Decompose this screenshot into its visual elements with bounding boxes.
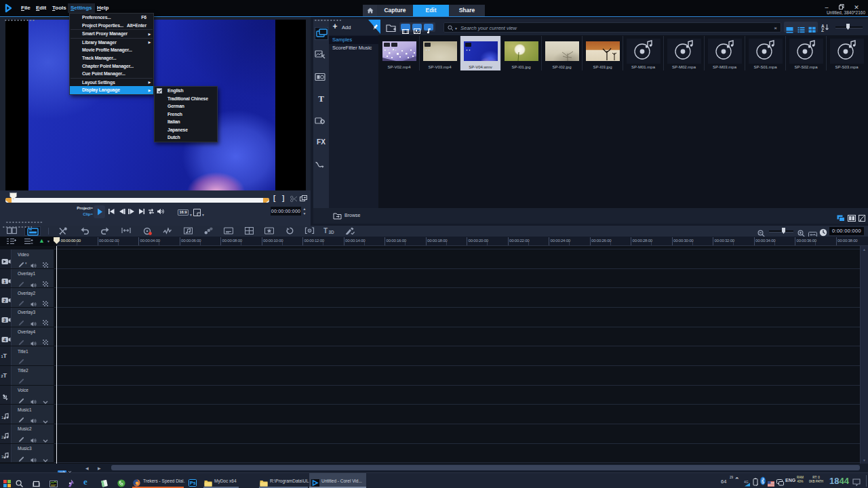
hscroll-thumb[interactable] bbox=[111, 465, 860, 470]
view-large-button[interactable] bbox=[786, 24, 793, 36]
ripple-edit-icon[interactable] bbox=[18, 453, 24, 465]
volume-button[interactable] bbox=[157, 208, 165, 216]
search-placeholder[interactable]: Search your current view bbox=[460, 25, 517, 31]
library-nav-title-icon[interactable]: T bbox=[315, 94, 328, 105]
timeline-playhead-line[interactable] bbox=[56, 246, 57, 464]
library-item[interactable]: SP-M03.mpa bbox=[705, 36, 745, 70]
trim-button[interactable] bbox=[121, 227, 132, 235]
taskbar-window-untitled-corel-vid[interactable]: Untitled - Corel Vid... bbox=[309, 473, 366, 488]
import-media-button[interactable] bbox=[386, 23, 397, 35]
folder-scorefitter-music[interactable]: ScoreFitter Music bbox=[329, 44, 378, 52]
auto-music-button[interactable] bbox=[182, 227, 193, 235]
resize-preview-button[interactable] bbox=[193, 209, 201, 218]
taskbar-utorrent-icon[interactable] bbox=[117, 478, 125, 488]
tray-bluetooth-icon[interactable] bbox=[760, 476, 766, 488]
hscroll-left-icon[interactable]: ◀ bbox=[85, 466, 89, 470]
language-item-traditional-chinese[interactable]: Traditional Chinese bbox=[155, 95, 217, 103]
speech-to-text-button[interactable] bbox=[304, 227, 315, 235]
record-capture-button[interactable] bbox=[142, 227, 153, 235]
language-item-german[interactable]: German bbox=[155, 102, 217, 110]
taskbar-window-trekers-speed-dial[interactable]: Trekers - Speed Dial... bbox=[131, 473, 185, 488]
zoom-slider-thumb[interactable] bbox=[846, 24, 850, 30]
previous-frame-button[interactable] bbox=[119, 208, 125, 216]
storyboard-view-button[interactable] bbox=[6, 227, 17, 235]
taskbar-task-view-icon[interactable] bbox=[33, 478, 40, 488]
tray-language-label[interactable]: ENG bbox=[785, 478, 795, 483]
language-item-italian[interactable]: Italian bbox=[155, 118, 217, 126]
tray-signal-icon[interactable]: 4G bbox=[744, 477, 751, 488]
preview-timecode[interactable]: 00:00:00:000 bbox=[271, 207, 301, 216]
menu-item-display-language[interactable]: Display Language▶ bbox=[70, 86, 153, 94]
menu-item-chapter-point-manager[interactable]: Chapter Point Manager... bbox=[70, 62, 153, 70]
library-nav-media-icon[interactable] bbox=[315, 27, 328, 40]
filter-audio-button[interactable] bbox=[424, 24, 433, 30]
panel-grip-bottom[interactable] bbox=[5, 222, 43, 223]
library-item[interactable]: SP-S02.mpa bbox=[786, 36, 826, 70]
toggle-library-button[interactable] bbox=[837, 212, 845, 224]
timeline-zoom-thumb[interactable] bbox=[782, 228, 785, 234]
motion-tracking-button[interactable] bbox=[203, 227, 214, 235]
vscroll-down-icon[interactable]: ▼ bbox=[863, 458, 866, 462]
chapter-dropdown-icon[interactable]: ▼ bbox=[47, 239, 50, 243]
taskbar-window-mydoc-x64[interactable]: MyDoc x64 bbox=[202, 473, 240, 488]
taskbar-notes-app-icon[interactable] bbox=[100, 478, 108, 488]
browse-button[interactable]: Browse bbox=[344, 213, 360, 218]
language-item-french[interactable]: French bbox=[155, 110, 217, 119]
tab-share[interactable]: Share bbox=[449, 5, 485, 16]
timeline-ruler[interactable]: 00:00:00:0000:00:02:0000:00:04:0000:00:0… bbox=[56, 237, 868, 246]
sort-button[interactable]: AZ bbox=[821, 22, 829, 35]
taskbar-start-icon[interactable] bbox=[3, 478, 11, 488]
mark-in-button[interactable]: [ bbox=[273, 195, 275, 202]
notification-center-icon[interactable] bbox=[852, 476, 861, 488]
library-item[interactable]: SP-I01.jpg bbox=[501, 36, 541, 70]
taskbar-wand-app-icon[interactable] bbox=[67, 478, 74, 488]
menubar-item-file[interactable]: File bbox=[18, 3, 33, 13]
trim-end-handle[interactable] bbox=[263, 198, 269, 203]
taskbar-system-monitor-icon[interactable] bbox=[50, 478, 58, 488]
library-item[interactable]: SP-V03.mp4 bbox=[420, 36, 460, 70]
add-chapter-icon[interactable]: ▲ bbox=[39, 237, 45, 244]
taskbar-edge-icon[interactable]: e bbox=[83, 478, 87, 486]
painting-creator-button[interactable] bbox=[344, 227, 355, 235]
pin-icon[interactable] bbox=[372, 21, 378, 33]
taskbar-search-icon[interactable] bbox=[16, 478, 23, 488]
tab-capture[interactable]: Capture bbox=[377, 5, 413, 16]
aspect-dropdown-icon[interactable]: ▼ bbox=[189, 211, 193, 218]
menu-item-library-manager[interactable]: Library Manager▶ bbox=[70, 39, 153, 47]
timeline-view-button[interactable] bbox=[24, 226, 41, 236]
library-nav-transition-icon[interactable] bbox=[315, 72, 328, 83]
tab-edit[interactable]: Edit bbox=[413, 5, 449, 16]
mask-creator-button[interactable] bbox=[264, 227, 275, 235]
tray-us-flag-icon[interactable] bbox=[768, 477, 774, 488]
menubar-item-settings[interactable]: Settings bbox=[68, 3, 95, 13]
menubar-item-edit[interactable]: Edit bbox=[33, 3, 49, 13]
mark-out-button[interactable]: ] bbox=[282, 195, 284, 202]
library-item[interactable]: SP-V02.mp4 bbox=[379, 36, 419, 70]
track-options-icon[interactable] bbox=[24, 238, 34, 245]
title-3d-button[interactable]: T3D bbox=[323, 227, 334, 235]
library-nav-filter-fx-icon[interactable]: FX bbox=[315, 138, 328, 150]
resize-dropdown-icon[interactable]: ▼ bbox=[201, 211, 205, 218]
toggle-options-button[interactable] bbox=[848, 212, 856, 224]
next-frame-button[interactable] bbox=[127, 208, 134, 216]
library-item[interactable]: SP-I03.jpg bbox=[583, 36, 623, 70]
trim-start-handle[interactable] bbox=[5, 198, 12, 203]
menubar-item-tools[interactable]: Tools bbox=[50, 3, 69, 13]
language-item-dutch[interactable]: Dutch bbox=[155, 134, 217, 142]
track-manager-icon[interactable] bbox=[6, 238, 16, 245]
home-button[interactable] bbox=[108, 208, 115, 216]
library-item[interactable]: SP-M02.mpa bbox=[664, 36, 704, 70]
project-mode-label[interactable]: Project= bbox=[71, 206, 93, 210]
filter-photos-button[interactable] bbox=[412, 24, 422, 30]
search-clear-icon[interactable]: × bbox=[774, 25, 777, 31]
tray-display-icon[interactable] bbox=[776, 476, 784, 488]
tray-battery-icon[interactable] bbox=[753, 476, 758, 488]
menu-item-cue-point-manager[interactable]: Cue Point Manager... bbox=[70, 70, 153, 78]
library-item[interactable]: SP-M01.mpa bbox=[623, 36, 663, 70]
tray-expand-icon[interactable]: ⌃ bbox=[734, 476, 740, 483]
vscroll-up-icon[interactable]: ▲ bbox=[863, 247, 866, 251]
library-item[interactable]: SP-S01.mpa bbox=[745, 36, 785, 70]
end-button[interactable] bbox=[138, 208, 145, 216]
clip-mode-label[interactable]: Clip= bbox=[71, 212, 93, 216]
library-grip[interactable] bbox=[314, 20, 341, 21]
